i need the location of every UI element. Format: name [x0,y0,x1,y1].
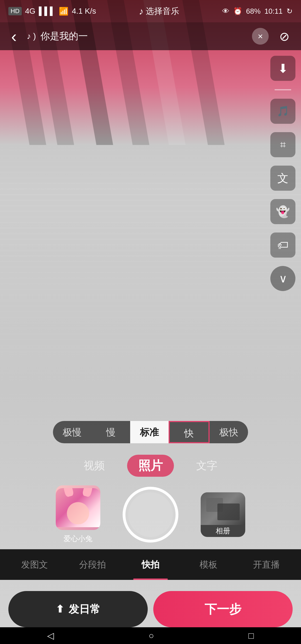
nav-quick-shoot[interactable]: 快拍 [122,549,179,580]
filter-label: 爱心小兔 [64,534,93,544]
shutter-button[interactable] [123,487,178,543]
system-recent-button[interactable]: □ [240,628,262,644]
nav-segment-shoot[interactable]: 分段拍 [64,549,122,580]
mode-text[interactable]: 文字 [191,456,223,476]
speed-very-slow[interactable]: 极慢 [53,421,91,443]
speed-controls: 极慢 慢 标准 快 极快 [53,421,248,443]
status-left: HD 4G ▌▌▌ 📶 4.1 K/s [8,7,96,16]
speed-fast[interactable]: 快 [169,421,209,443]
select-music-label: 选择音乐 [146,6,179,17]
music-note-icon: ♪ [139,6,144,17]
right-sidebar: ⬇ 🎵 ⌗ 文 👻 🏷 ∨ [270,56,295,291]
search-bar: ‹ ♪ ) 你是我的一 × ⊘ [0,22,301,50]
system-home-button[interactable]: ○ [140,628,162,644]
shutter-inner [128,492,173,537]
next-label: 下一步 [205,601,241,618]
wifi-icon: 📶 [59,7,69,16]
album-preview [201,492,245,525]
speed-very-fast[interactable]: 极快 [210,421,248,443]
mode-video[interactable]: 视频 [78,456,110,476]
filter-preview [56,488,100,527]
status-center[interactable]: ♪ 选择音乐 [139,6,179,17]
nav-template[interactable]: 模板 [179,549,237,580]
battery-label: 68% [246,7,261,16]
action-buttons: ⬆ 发日常 下一步 [0,591,301,627]
crop-icon[interactable]: ⌗ [270,132,295,157]
refresh-icon: ↻ [287,7,293,16]
speed-label: 4.1 K/s [72,7,96,16]
post-daily-button[interactable]: ⬆ 发日常 [8,591,148,627]
camera-preview [0,0,301,644]
next-button[interactable]: 下一步 [153,591,293,627]
album-label: 相册 [201,525,245,537]
back-button[interactable]: ‹ [6,24,22,49]
download-icon[interactable]: ⬇ [270,56,295,81]
upload-icon: ⬆ [56,603,64,615]
tag-icon[interactable]: 🏷 [270,233,295,258]
time-label: 10:11 [264,7,283,16]
album-container[interactable]: 相册 [201,492,245,537]
mode-tabs: 视频 照片 文字 [78,455,223,477]
nav-live[interactable]: 开直播 [237,549,295,580]
music-effect-icon[interactable]: 🎵 [270,99,295,124]
speed-slow[interactable]: 慢 [91,421,130,443]
post-daily-label: 发日常 [69,602,100,616]
signal-label: 4G [25,7,35,16]
nav-post-image[interactable]: 发图文 [6,549,64,580]
bottom-nav: 发图文 分段拍 快拍 模板 开直播 [0,549,301,580]
settings-icon[interactable]: ⊘ [273,25,295,47]
text-icon[interactable]: 文 [270,166,295,191]
speed-normal[interactable]: 标准 [130,421,169,443]
divider [275,89,291,90]
filter-avatar[interactable] [56,485,100,530]
system-back-button[interactable]: ◁ [39,628,62,644]
chevron-down-icon[interactable]: ∨ [270,266,295,291]
signal-bars: ▌▌▌ [39,7,55,16]
sticker-icon[interactable]: 👻 [270,199,295,224]
mode-photo[interactable]: 照片 [127,455,174,477]
eye-icon: 👁 [222,7,229,16]
status-right: 👁 ⏰ 68% 10:11 ↻ [222,7,293,16]
clear-button[interactable]: × [252,28,269,45]
bunny-ear-left [62,488,74,497]
bunny-ear-right [82,488,94,497]
status-bar: HD 4G ▌▌▌ 📶 4.1 K/s ♪ 选择音乐 👁 ⏰ 68% 10:11… [0,0,301,22]
system-nav: ◁ ○ □ [0,627,301,644]
search-text: 你是我的一 [40,30,88,43]
music-badge: ♪ ) [27,32,36,41]
album-button[interactable]: 相册 [201,492,245,537]
music-paren: ) [33,32,36,41]
hd-badge: HD [8,7,22,15]
camera-controls: 爱心小兔 相册 [0,485,301,544]
alarm-icon: ⏰ [233,7,242,16]
search-input-area[interactable]: 你是我的一 × [40,28,269,45]
filter-container[interactable]: 爱心小兔 [56,485,100,544]
music-icon: ♪ [27,32,31,41]
